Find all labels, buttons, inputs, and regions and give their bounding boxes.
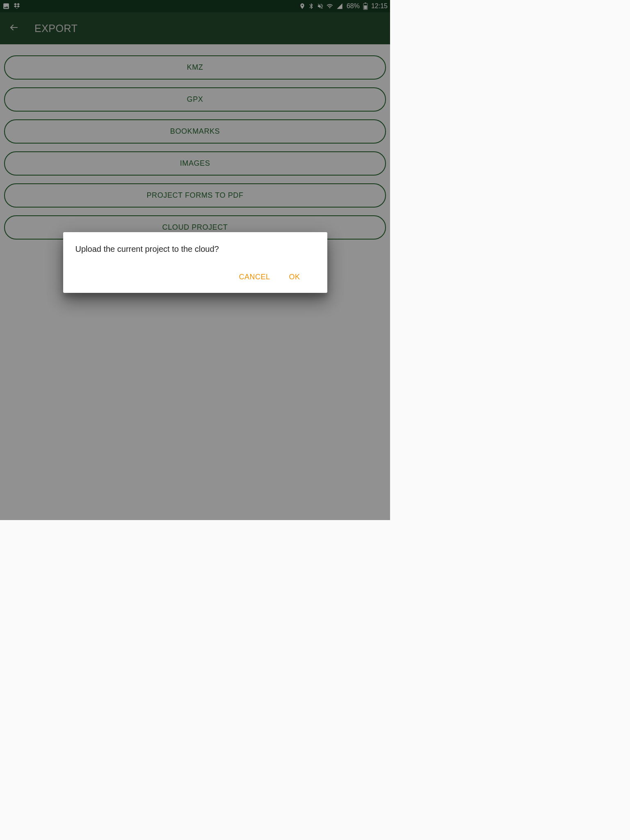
upload-cloud-dialog: Upload the current project to the cloud?… xyxy=(63,232,327,293)
cancel-button[interactable]: CANCEL xyxy=(239,269,270,285)
ok-button[interactable]: OK xyxy=(289,269,300,285)
modal-scrim[interactable]: Upload the current project to the cloud?… xyxy=(0,0,390,520)
dialog-message: Upload the current project to the cloud? xyxy=(75,244,315,254)
